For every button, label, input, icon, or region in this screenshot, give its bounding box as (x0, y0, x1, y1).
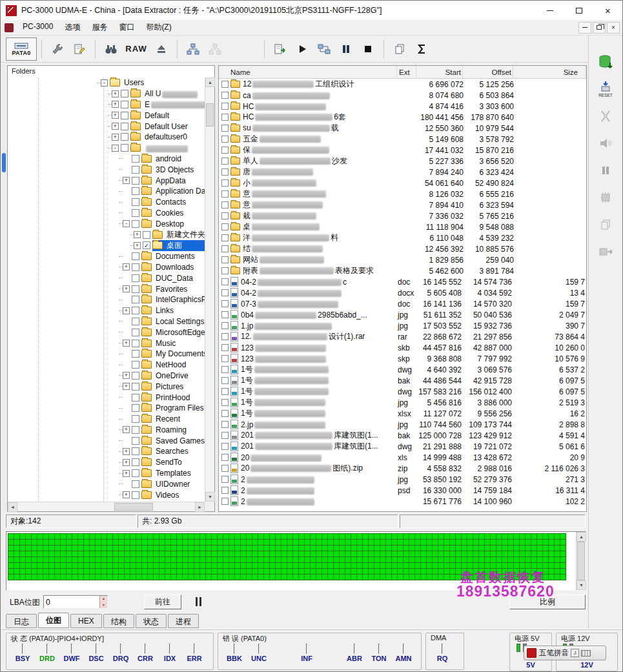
sound-button[interactable] (593, 131, 618, 156)
file-row[interactable]: 201库建筑图(1...dwg21 291 88819 721 0725 061… (219, 441, 586, 452)
file-row[interactable]: 唐7 894 2406 323 424 (219, 167, 586, 178)
file-checkbox[interactable] (221, 289, 229, 296)
tree-expander[interactable]: + (123, 263, 130, 270)
file-checkbox[interactable] (221, 498, 229, 505)
file-checkbox[interactable] (221, 399, 229, 406)
sector-map[interactable] (8, 533, 566, 580)
scroll-down-arrow[interactable]: ▼ (577, 580, 586, 590)
file-row[interactable]: 07-3doc16 141 13614 570 320159 7 (219, 298, 586, 309)
file-row[interactable]: 1号dwg4 640 3923 069 5766 537 2 (219, 364, 586, 375)
file-checkbox[interactable] (221, 201, 229, 209)
tree-checkbox[interactable] (121, 133, 128, 141)
tree-item[interactable]: Application Data (97, 186, 205, 197)
tree-item[interactable]: Program Files (97, 403, 205, 414)
tree-expander[interactable]: + (123, 340, 130, 347)
file-checkbox[interactable] (221, 344, 229, 351)
dock-indicator[interactable] (2, 153, 6, 172)
ime-keyboard-icon[interactable] (581, 650, 591, 657)
tree-checkbox[interactable] (132, 361, 139, 369)
map-vertical-scrollbar[interactable]: ▲ ▼ (576, 532, 586, 590)
tree-item[interactable]: Documents (97, 251, 205, 262)
file-row[interactable]: 洋料6 110 0484 539 232 (219, 232, 586, 243)
tree-checkbox[interactable] (132, 198, 139, 206)
file-checkbox[interactable] (221, 311, 229, 318)
file-row[interactable]: 2.jpjpg110 744 560109 173 7442 898 8 (219, 419, 586, 430)
file-row[interactable]: 1号dwg157 583 216156 012 4006 097 5 (219, 386, 586, 397)
tree-checkbox[interactable] (132, 155, 139, 163)
scale-button[interactable]: 比例 (509, 595, 586, 609)
file-row[interactable]: 1号xlsx11 127 0729 556 25616 2 (219, 408, 586, 419)
spin-up-icon[interactable]: ▲ (100, 596, 107, 602)
tree-checkbox[interactable] (132, 307, 139, 314)
tree-checkbox[interactable] (132, 252, 139, 260)
tree-checkbox[interactable]: ✓ (143, 241, 150, 249)
mdi-close-button[interactable]: × (607, 22, 620, 34)
menu-item-0[interactable]: PC-3000 (17, 20, 59, 35)
tree-horizontal-scrollbar[interactable]: ◄ ► (8, 502, 205, 511)
scroll-down-arrow[interactable]: ▼ (205, 492, 215, 502)
tree-checkbox[interactable] (132, 458, 139, 466)
tree-checkbox[interactable] (132, 372, 139, 380)
file-checkbox[interactable] (221, 267, 229, 274)
tree-checkbox[interactable] (121, 101, 128, 108)
scroll-left-arrow[interactable]: ◄ (8, 502, 17, 512)
tree-checkbox[interactable] (132, 394, 139, 402)
tree-item[interactable]: 3D Objects (97, 164, 205, 175)
menu-item-4[interactable]: 帮助(Z) (140, 20, 177, 35)
file-checkbox[interactable] (221, 388, 229, 395)
file-checkbox[interactable] (221, 223, 229, 230)
tree-checkbox[interactable] (132, 447, 139, 455)
tree-expander[interactable]: + (123, 383, 130, 390)
tree-item[interactable]: +Pictures (97, 381, 205, 392)
close-button[interactable]: × (593, 1, 622, 20)
tree-item[interactable]: MicrosoftEdgeBackups (97, 327, 205, 338)
maximize-button[interactable] (564, 1, 593, 20)
file-checkbox[interactable] (221, 366, 229, 373)
tree-item[interactable]: Saved Games (97, 435, 205, 446)
lba-spinner[interactable]: ▲ ▼ (99, 596, 107, 608)
tree-item[interactable]: +✓桌面 (97, 240, 205, 251)
reset-button[interactable]: RESET (593, 77, 618, 101)
file-checkbox[interactable] (221, 454, 229, 461)
tree-item[interactable]: - (97, 143, 205, 154)
scrollbar-thumb[interactable] (114, 503, 153, 511)
search-button[interactable] (100, 39, 122, 59)
file-row[interactable]: 意7 894 4106 323 594 (219, 199, 586, 210)
file-checkbox[interactable] (221, 245, 229, 252)
file-row[interactable]: 意8 126 0326 555 216 (219, 188, 586, 199)
tree-item[interactable]: DUC_Data (97, 272, 205, 283)
filter-button[interactable] (411, 39, 433, 59)
tree-checkbox[interactable] (132, 274, 139, 282)
file-row[interactable]: 215 671 77614 100 960102 2 (219, 496, 586, 507)
tree-expander[interactable]: + (112, 90, 119, 97)
tree-expander[interactable]: - (101, 79, 108, 87)
file-row[interactable]: ca8 074 6806 503 864 (219, 90, 586, 101)
tree-item[interactable]: UIDowner (97, 478, 205, 489)
tree-item[interactable]: Contacts (97, 197, 205, 208)
tree-checkbox[interactable] (132, 415, 139, 423)
tree-checkbox[interactable] (132, 220, 139, 228)
tree-item[interactable]: +Links (97, 305, 205, 316)
tree-expander[interactable]: + (134, 231, 141, 238)
file-checkbox[interactable] (221, 114, 229, 121)
tree-expander[interactable]: - (123, 220, 130, 227)
tree-checkbox[interactable] (132, 469, 139, 477)
file-row[interactable]: 单人沙发5 227 3363 656 520 (219, 156, 586, 167)
menu-item-2[interactable]: 服务 (86, 20, 113, 35)
column-header-offset[interactable]: Offset (463, 66, 513, 78)
file-checkbox[interactable] (221, 278, 229, 285)
file-checkbox[interactable] (221, 476, 229, 483)
export-data-button[interactable] (269, 39, 291, 59)
tree-checkbox[interactable] (132, 491, 139, 499)
file-row[interactable]: 结12 456 39210 885 576 (219, 243, 586, 254)
tree-checkbox[interactable] (132, 177, 139, 185)
process-map-button[interactable] (313, 39, 335, 59)
tree-checkbox[interactable] (132, 209, 139, 217)
tree-item[interactable]: PrintHood (97, 392, 205, 403)
file-row[interactable]: 小54 061 64052 490 824 (219, 178, 586, 188)
pause-button[interactable] (335, 39, 357, 59)
file-row[interactable]: 123skb44 457 81642 887 00010 260 0 (219, 342, 586, 353)
tree-item[interactable]: -Desktop (97, 218, 205, 229)
tree-item[interactable]: Cookies (97, 208, 205, 219)
tree-item[interactable]: +Default User (97, 121, 205, 132)
